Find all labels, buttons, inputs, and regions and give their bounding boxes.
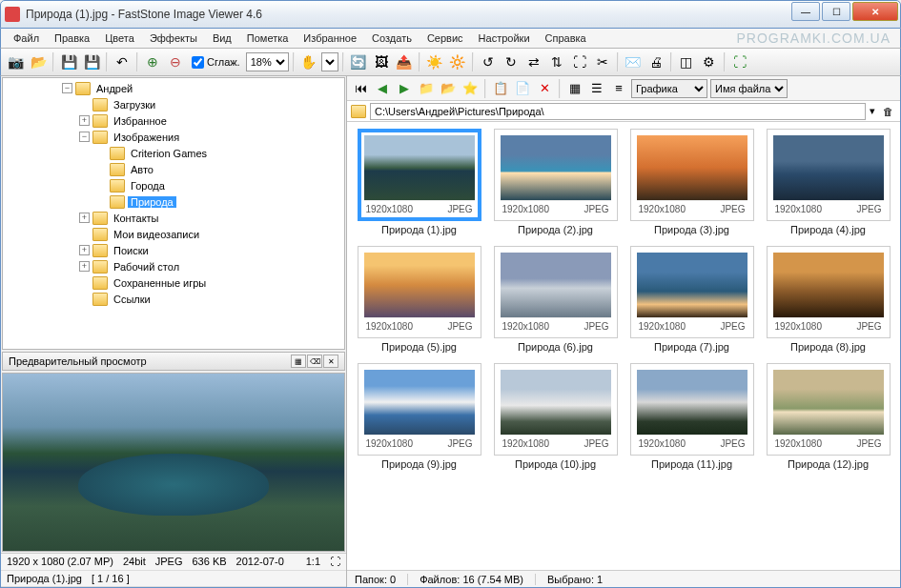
convert2-icon[interactable]: 🖼 [371, 51, 392, 72]
zoom-in-icon[interactable]: ⊕ [142, 51, 163, 72]
menu-tools[interactable]: Сервис [420, 30, 470, 46]
thumbnail-cell[interactable]: 1920x1080JPEG Природа (1).jpg [355, 130, 483, 239]
nav-fwd-icon[interactable]: ▶ [395, 79, 414, 98]
thumbnail-frame[interactable]: 1920x1080JPEG [631, 364, 753, 455]
view-thumbs-icon[interactable]: ▦ [565, 79, 584, 98]
menu-effects[interactable]: Эффекты [143, 30, 204, 46]
convert-icon[interactable]: 🔄 [348, 51, 369, 72]
maximize-button[interactable]: ☐ [822, 2, 850, 21]
thumbnail-cell[interactable]: 1920x1080JPEG Природа (3).jpg [627, 130, 756, 239]
thumbnail-cell[interactable]: 1920x1080JPEG Природа (11).jpg [627, 364, 756, 474]
thumbnail-frame[interactable]: 1920x1080JPEG [631, 130, 753, 220]
thumbnail-frame[interactable]: 1920x1080JPEG [631, 247, 753, 337]
preview-histogram-icon[interactable]: ▦ [291, 355, 306, 368]
print-icon[interactable]: 🖨 [645, 51, 666, 72]
tree-node[interactable]: Criterion Games [96, 145, 342, 161]
thumbnail-cell[interactable]: 1920x1080JPEG Природа (6).jpg [491, 247, 620, 356]
tree-root-node[interactable]: −Андрей [5, 80, 342, 96]
menu-help[interactable]: Справка [539, 30, 593, 46]
folder-icon[interactable]: 📁 [417, 79, 436, 98]
thumbnail-cell[interactable]: 1920x1080JPEG Природа (8).jpg [764, 247, 892, 356]
tree-node[interactable]: −Изображения [79, 129, 342, 145]
hand-select[interactable] [321, 52, 338, 71]
sun-icon[interactable]: ☀️ [424, 51, 445, 72]
trash-icon[interactable]: 🗑 [879, 103, 896, 120]
thumbnail-frame[interactable]: 1920x1080JPEG [768, 247, 890, 337]
move-icon[interactable]: 📄 [513, 79, 532, 98]
favorite-icon[interactable]: ⭐ [461, 79, 480, 98]
tree-node[interactable]: Авто [96, 161, 342, 177]
new-folder-icon[interactable]: 📂 [439, 79, 458, 98]
menu-favorites[interactable]: Избранное [297, 30, 363, 46]
preview-close-icon[interactable]: ✕ [323, 355, 338, 368]
preview-erase-icon[interactable]: ⌫ [307, 355, 322, 368]
resize-icon[interactable]: ⛶ [569, 51, 590, 72]
rotate-left-icon[interactable]: ↺ [478, 51, 499, 72]
save-as-icon[interactable]: 💾 [81, 51, 102, 72]
tree-node[interactable]: Загрузки [79, 96, 342, 112]
fullscreen-icon[interactable]: ⛶ [729, 51, 750, 72]
mail-icon[interactable]: ✉️ [623, 51, 644, 72]
folder-open-icon[interactable]: 📂 [28, 51, 49, 72]
thumbnail-frame[interactable]: 1920x1080JPEG [495, 364, 617, 455]
thumbnail-cell[interactable]: 1920x1080JPEG Природа (7).jpg [627, 247, 756, 356]
crop-icon[interactable]: ✂ [592, 51, 613, 72]
path-dropdown-icon[interactable]: ▾ [870, 105, 875, 117]
thumbnail-cell[interactable]: 1920x1080JPEG Природа (10).jpg [491, 364, 620, 474]
export-icon[interactable]: 📤 [394, 51, 415, 72]
tree-node[interactable]: +Поиски [79, 242, 342, 258]
camera-icon[interactable]: 📷 [5, 51, 26, 72]
view-list-icon[interactable]: ☰ [587, 79, 606, 98]
sun2-icon[interactable]: 🔆 [447, 51, 468, 72]
thumbnail-cell[interactable]: 1920x1080JPEG Природа (9).jpg [355, 364, 483, 474]
tree-node[interactable]: +Контакты [79, 210, 342, 226]
preview-image[interactable] [2, 373, 345, 552]
thumbnail-cell[interactable]: 1920x1080JPEG Природа (5).jpg [355, 247, 483, 356]
thumbnail-frame[interactable]: 1920x1080JPEG [358, 247, 481, 337]
filter-select[interactable]: Графика [631, 79, 707, 98]
tree-node[interactable]: Мои видеозаписи [79, 226, 342, 242]
smooth-check-input[interactable] [192, 56, 204, 69]
delete-icon[interactable]: ✕ [535, 79, 554, 98]
tree-node[interactable]: Природа [96, 193, 342, 210]
thumbnail-frame[interactable]: 1920x1080JPEG [495, 247, 617, 337]
flip-v-icon[interactable]: ⇅ [546, 51, 567, 72]
menu-tag[interactable]: Пометка [240, 30, 296, 46]
tree-node[interactable]: +Избранное [79, 112, 342, 129]
menu-file[interactable]: Файл [7, 30, 46, 46]
menu-colors[interactable]: Цвета [98, 30, 141, 46]
menu-settings[interactable]: Настройки [472, 30, 537, 46]
folder-tree[interactable]: −АндрейЗагрузки+Избранное−ИзображенияCri… [2, 77, 345, 350]
menu-create[interactable]: Создать [365, 30, 419, 46]
tree-node[interactable]: +Рабочий стол [79, 258, 342, 274]
hand-icon[interactable]: ✋ [298, 51, 319, 72]
tree-node[interactable]: Сохраненные игры [79, 274, 342, 291]
save-icon[interactable]: 💾 [58, 51, 79, 72]
tree-node[interactable]: Ссылки [79, 291, 342, 307]
thumbnail-frame[interactable]: 1920x1080JPEG [358, 130, 481, 220]
nav-back-icon[interactable]: ◀ [373, 79, 392, 98]
thumbnail-frame[interactable]: 1920x1080JPEG [768, 130, 890, 220]
path-input[interactable] [370, 103, 866, 120]
undo-icon[interactable]: ↶ [112, 51, 133, 72]
menu-view[interactable]: Вид [206, 30, 238, 46]
rotate-right-icon[interactable]: ↻ [501, 51, 522, 72]
status-expand-icon[interactable]: ⛶ [330, 556, 340, 567]
minimize-button[interactable]: — [791, 2, 820, 21]
close-button[interactable]: ✕ [852, 2, 898, 21]
nav-first-icon[interactable]: ⏮ [351, 79, 370, 98]
flip-h-icon[interactable]: ⇄ [523, 51, 544, 72]
view-details-icon[interactable]: ≡ [609, 79, 628, 98]
thumbnail-frame[interactable]: 1920x1080JPEG [495, 130, 617, 220]
tree-node[interactable]: Города [96, 177, 342, 193]
thumbnail-frame[interactable]: 1920x1080JPEG [768, 364, 890, 455]
thumbnail-cell[interactable]: 1920x1080JPEG Природа (4).jpg [764, 130, 892, 239]
zoom-out-icon[interactable]: ⊖ [165, 51, 186, 72]
smooth-checkbox[interactable]: Сглаж. [188, 56, 244, 69]
menu-edit[interactable]: Правка [48, 30, 96, 46]
settings-icon[interactable]: ⚙ [699, 51, 720, 72]
thumbnail-cell[interactable]: 1920x1080JPEG Природа (2).jpg [491, 130, 620, 239]
compare-icon[interactable]: ◫ [676, 51, 697, 72]
copy-icon[interactable]: 📋 [491, 79, 510, 98]
thumbnail-cell[interactable]: 1920x1080JPEG Природа (12).jpg [764, 364, 892, 474]
